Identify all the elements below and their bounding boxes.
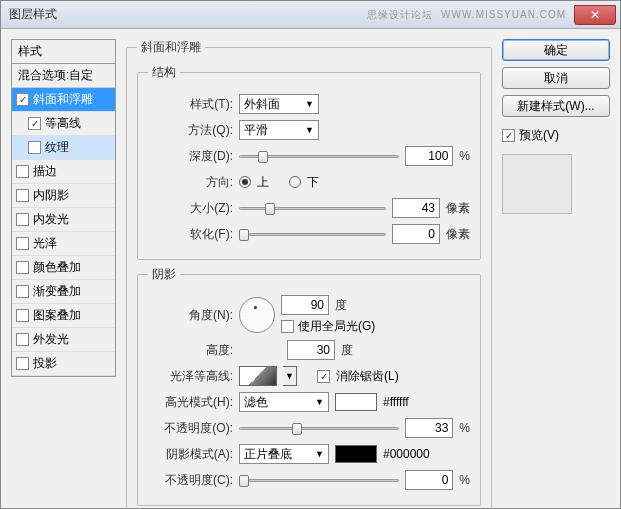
layer-style-dialog: 图层样式 思缘设计论坛 WWW.MISSYUAN.COM ✕ 样式 混合选项:自… <box>0 0 621 509</box>
highlight-opacity-input[interactable] <box>405 418 453 438</box>
style-item-label: 外发光 <box>33 331 69 348</box>
technique-label: 方法(Q): <box>148 122 233 139</box>
style-list: 斜面和浮雕等高线纹理描边内阴影内发光光泽颜色叠加渐变叠加图案叠加外发光投影 <box>11 88 116 377</box>
style-checkbox[interactable] <box>28 117 41 130</box>
new-style-button[interactable]: 新建样式(W)... <box>502 95 610 117</box>
antialias-label: 消除锯齿(L) <box>336 368 399 385</box>
soften-unit: 像素 <box>446 226 470 243</box>
soften-slider[interactable] <box>239 225 386 243</box>
altitude-label: 高度: <box>148 342 233 359</box>
style-item-label: 等高线 <box>45 115 81 132</box>
angle-control[interactable] <box>239 297 275 333</box>
shading-group: 阴影 角度(N): 度 使用全局光(G) <box>137 266 481 506</box>
style-item-label: 斜面和浮雕 <box>33 91 93 108</box>
style-item-label: 内阴影 <box>33 187 69 204</box>
gloss-contour-label: 光泽等高线: <box>148 368 233 385</box>
shadow-color-swatch[interactable] <box>335 445 377 463</box>
shadow-opacity-label: 不透明度(C): <box>148 472 233 489</box>
shadow-mode-select[interactable]: 正片叠底▼ <box>239 444 329 464</box>
chevron-down-icon[interactable]: ▼ <box>283 366 297 386</box>
highlight-color-swatch[interactable] <box>335 393 377 411</box>
chevron-down-icon: ▼ <box>315 397 324 407</box>
direction-up-radio[interactable] <box>239 176 251 188</box>
style-checkbox[interactable] <box>16 261 29 274</box>
style-checkbox[interactable] <box>16 237 29 250</box>
sidebar-item-11[interactable]: 投影 <box>12 352 115 376</box>
angle-input[interactable] <box>281 295 329 315</box>
main-panel: 斜面和浮雕 结构 样式(T): 外斜面▼ 方法(Q): 平滑▼ 深度(D): <box>126 39 492 498</box>
bevel-emboss-panel: 斜面和浮雕 结构 样式(T): 外斜面▼ 方法(Q): 平滑▼ 深度(D): <box>126 39 492 509</box>
style-checkbox[interactable] <box>16 93 29 106</box>
blend-options[interactable]: 混合选项:自定 <box>11 63 116 88</box>
size-unit: 像素 <box>446 200 470 217</box>
technique-select[interactable]: 平滑▼ <box>239 120 319 140</box>
depth-slider[interactable] <box>239 147 399 165</box>
direction-label: 方向: <box>148 174 233 191</box>
sidebar-item-8[interactable]: 渐变叠加 <box>12 280 115 304</box>
style-checkbox[interactable] <box>16 165 29 178</box>
soften-label: 软化(F): <box>148 226 233 243</box>
shading-legend: 阴影 <box>148 266 180 283</box>
sidebar-item-6[interactable]: 光泽 <box>12 232 115 256</box>
angle-label: 角度(N): <box>148 307 233 324</box>
structure-legend: 结构 <box>148 64 180 81</box>
ok-button[interactable]: 确定 <box>502 39 610 61</box>
preview-label: 预览(V) <box>519 127 559 144</box>
style-checkbox[interactable] <box>28 141 41 154</box>
titlebar: 图层样式 思缘设计论坛 WWW.MISSYUAN.COM ✕ <box>1 1 620 29</box>
depth-label: 深度(D): <box>148 148 233 165</box>
antialias-checkbox[interactable] <box>317 370 330 383</box>
highlight-mode-select[interactable]: 滤色▼ <box>239 392 329 412</box>
style-item-label: 渐变叠加 <box>33 283 81 300</box>
chevron-down-icon: ▼ <box>305 99 314 109</box>
close-button[interactable]: ✕ <box>574 5 616 25</box>
sidebar-item-10[interactable]: 外发光 <box>12 328 115 352</box>
style-checkbox[interactable] <box>16 309 29 322</box>
style-item-label: 纹理 <box>45 139 69 156</box>
watermark: 思缘设计论坛 <box>367 8 433 22</box>
size-slider[interactable] <box>239 199 386 217</box>
style-checkbox[interactable] <box>16 189 29 202</box>
sidebar-item-2[interactable]: 纹理 <box>12 136 115 160</box>
shadow-opacity-slider[interactable] <box>239 471 399 489</box>
structure-group: 结构 样式(T): 外斜面▼ 方法(Q): 平滑▼ 深度(D): % <box>137 64 481 260</box>
depth-input[interactable] <box>405 146 453 166</box>
sidebar-item-9[interactable]: 图案叠加 <box>12 304 115 328</box>
sidebar-item-7[interactable]: 颜色叠加 <box>12 256 115 280</box>
style-item-label: 内发光 <box>33 211 69 228</box>
sidebar-item-4[interactable]: 内阴影 <box>12 184 115 208</box>
styles-sidebar: 样式 混合选项:自定 斜面和浮雕等高线纹理描边内阴影内发光光泽颜色叠加渐变叠加图… <box>11 39 116 498</box>
style-item-label: 投影 <box>33 355 57 372</box>
sidebar-item-5[interactable]: 内发光 <box>12 208 115 232</box>
size-input[interactable] <box>392 198 440 218</box>
shadow-opacity-input[interactable] <box>405 470 453 490</box>
panel-title: 斜面和浮雕 <box>137 39 205 56</box>
sidebar-item-1[interactable]: 等高线 <box>12 112 115 136</box>
soften-input[interactable] <box>392 224 440 244</box>
style-checkbox[interactable] <box>16 357 29 370</box>
altitude-input[interactable] <box>287 340 335 360</box>
chevron-down-icon: ▼ <box>315 449 324 459</box>
depth-unit: % <box>459 149 470 163</box>
chevron-down-icon: ▼ <box>305 125 314 135</box>
style-checkbox[interactable] <box>16 285 29 298</box>
highlight-opacity-slider[interactable] <box>239 419 399 437</box>
highlight-color-hex: #ffffff <box>383 395 409 409</box>
dialog-title: 图层样式 <box>9 6 57 23</box>
shadow-mode-label: 阴影模式(A): <box>148 446 233 463</box>
direction-down-radio[interactable] <box>289 176 301 188</box>
sidebar-item-3[interactable]: 描边 <box>12 160 115 184</box>
style-item-label: 颜色叠加 <box>33 259 81 276</box>
global-light-checkbox[interactable] <box>281 320 294 333</box>
cancel-button[interactable]: 取消 <box>502 67 610 89</box>
size-label: 大小(Z): <box>148 200 233 217</box>
preview-checkbox[interactable] <box>502 129 515 142</box>
gloss-contour-picker[interactable] <box>239 366 277 386</box>
style-checkbox[interactable] <box>16 333 29 346</box>
sidebar-header: 样式 <box>11 39 116 63</box>
style-select[interactable]: 外斜面▼ <box>239 94 319 114</box>
style-item-label: 光泽 <box>33 235 57 252</box>
style-checkbox[interactable] <box>16 213 29 226</box>
highlight-opacity-label: 不透明度(O): <box>148 420 233 437</box>
sidebar-item-0[interactable]: 斜面和浮雕 <box>12 88 115 112</box>
